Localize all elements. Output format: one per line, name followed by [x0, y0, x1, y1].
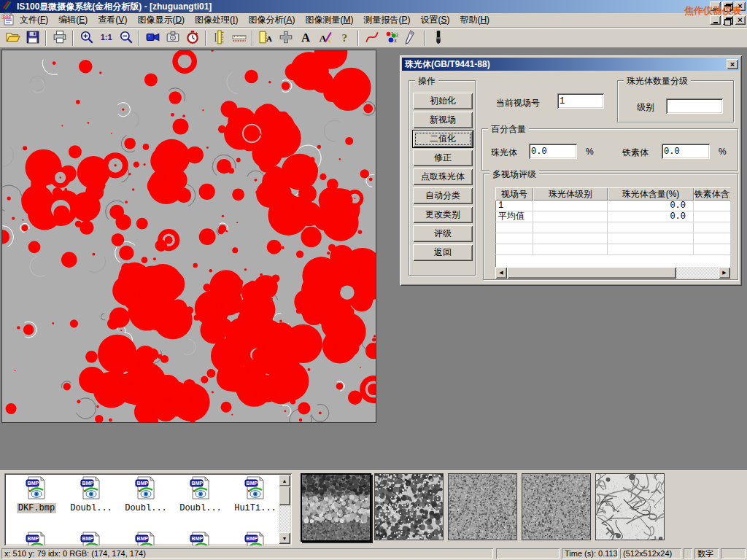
menu-item-e[interactable]: 编辑(E) — [53, 12, 93, 28]
menu-item-m[interactable]: 图像测量(M) — [300, 12, 358, 28]
menu-item-f[interactable]: 文件(F) — [15, 12, 53, 28]
application-window: IS100显微摄像系统(金相分析版) - [zhuguangti01] × DO… — [0, 0, 747, 560]
toolbar-text-button[interactable]: A — [295, 29, 315, 47]
hscroll-thumb[interactable] — [507, 267, 676, 279]
percent-group-label: 百分含量 — [488, 123, 529, 136]
thumbnail-image[interactable] — [448, 473, 517, 540]
binarize-button[interactable]: 二值化 — [413, 131, 473, 147]
document-icon[interactable]: DOC — [1, 12, 15, 28]
save-icon — [26, 30, 40, 47]
table-row[interactable]: 平均值0.0 — [495, 211, 730, 222]
toolbar-caliper-vertical-button[interactable] — [209, 29, 229, 47]
toolbar-actual-size-button[interactable]: 1:1 — [96, 29, 116, 47]
toolbar-open-button[interactable] — [3, 29, 23, 47]
menu-item-i[interactable]: 图像处理(I) — [190, 12, 243, 28]
correct-button[interactable]: 修正 — [413, 149, 473, 166]
thumbnail-image[interactable] — [595, 473, 665, 540]
file-item[interactable]: BMP — [229, 532, 282, 545]
file-item[interactable]: BMP — [120, 532, 172, 545]
toolbar-help-button[interactable]: ? — [335, 29, 355, 47]
current-view-label: 当前视场号 — [496, 97, 540, 109]
menu-item-v[interactable]: 查看(V) — [93, 12, 132, 28]
grading-table: 视场号珠光体级别珠光体含量(%)铁素体含量(%)10.0平均值0.0 — [495, 187, 730, 267]
table-row[interactable] — [495, 222, 730, 233]
app-icon[interactable] — [2, 0, 14, 14]
toolbar-brush-button[interactable] — [428, 29, 448, 47]
thumbnail-image[interactable] — [374, 473, 444, 540]
pick-pearlite-button[interactable]: 点取珠光体 — [413, 168, 473, 185]
table-cell: 0.0 — [608, 201, 694, 211]
toolbar-save-button[interactable] — [23, 29, 42, 47]
toolbar-ruler-horizontal-button[interactable] — [229, 29, 249, 47]
menu-items: 文件(F)编辑(E)查看(V)图像显示(D)图像处理(I)图像分析(A)图像测量… — [15, 12, 495, 28]
table-row[interactable]: 10.0 — [495, 201, 730, 211]
binarized-metallograph-image[interactable] — [1, 50, 376, 423]
table-cell — [694, 222, 730, 233]
file-item[interactable]: BMPDoubl... — [65, 476, 117, 513]
toolbar-measure-text-button[interactable]: A — [256, 29, 276, 47]
svg-text:A: A — [301, 31, 309, 44]
menu-item-a[interactable]: 图像分析(A) — [243, 12, 300, 28]
scroll-left-button[interactable]: ◀ — [495, 267, 507, 279]
dialog-close-button[interactable]: × — [727, 59, 738, 69]
ferrite-label: 铁素体 — [622, 147, 649, 159]
dialog-title-bar[interactable]: 珠光体(GB/T9441-88) — [402, 58, 740, 71]
file-item[interactable]: BMP — [10, 532, 63, 545]
menu-item-d[interactable]: 图像显示(D) — [132, 12, 190, 28]
toolbar-print-button[interactable] — [50, 29, 69, 47]
scroll-up-button[interactable]: ▲ — [279, 475, 290, 486]
toolbar-pen-button[interactable] — [401, 29, 421, 47]
change-class-button[interactable]: 更改类别 — [413, 206, 473, 223]
table-cell — [533, 244, 608, 254]
menu-item-h[interactable]: 帮助(H) — [454, 12, 495, 28]
file-item[interactable]: BMPDKF.bmp — [10, 476, 63, 513]
toolbar-curve-button[interactable] — [362, 29, 382, 47]
toolbar-move-button[interactable] — [276, 29, 295, 47]
return-button[interactable]: 返回 — [413, 244, 473, 261]
thumbnail-canvas — [448, 473, 517, 540]
init-button[interactable]: 初始化 — [413, 93, 473, 109]
file-item[interactable]: BMPDoubl... — [174, 476, 227, 513]
thumbnail-image[interactable] — [301, 473, 371, 542]
ferrite-percent-input[interactable] — [662, 144, 710, 159]
file-name: Doubl... — [123, 503, 169, 513]
table-cell — [495, 233, 533, 244]
ruler-horizontal-icon — [232, 30, 247, 47]
grade-button[interactable]: 评级 — [413, 225, 473, 242]
file-item[interactable]: BMPDoubl... — [120, 476, 172, 513]
status-time: Time (s): 0.113 — [562, 548, 618, 559]
thumbnail-image[interactable] — [522, 473, 591, 540]
brush-icon — [431, 30, 446, 47]
menu-item-p[interactable]: 测量报告(P) — [358, 12, 415, 28]
menu-item-s[interactable]: 设置(S) — [415, 12, 454, 28]
table-row[interactable] — [495, 244, 730, 255]
auto-classify-button[interactable]: 自动分类 — [413, 187, 473, 204]
multi-field-group-label: 多视场评级 — [489, 168, 539, 181]
toolbar-zoom-in-button[interactable] — [77, 29, 96, 47]
table-hscrollbar[interactable]: ◀ ▶ — [495, 267, 730, 279]
new-field-button[interactable]: 新视场 — [413, 112, 473, 128]
file-item[interactable]: BMPHuiTi... — [229, 476, 282, 513]
status-empty-3 — [721, 548, 746, 559]
table-cell: 平均值 — [495, 211, 533, 222]
toolbar-video-camera-button[interactable] — [143, 29, 163, 47]
file-item[interactable]: BMP — [65, 532, 117, 545]
file-item[interactable]: BMP — [174, 532, 227, 545]
toolbar-classify-dots-button[interactable]: 123 — [382, 29, 401, 47]
toolbar-camera-button[interactable] — [163, 29, 182, 47]
file-vscrollbar[interactable]: ▲ ▼ — [279, 475, 290, 544]
grade-input[interactable] — [666, 98, 723, 114]
scroll-down-button[interactable]: ▼ — [279, 532, 290, 544]
vscroll-thumb[interactable] — [279, 486, 290, 505]
status-bar: x: 510 y: 79 idx: 0 RGB: (174, 174, 174)… — [0, 547, 747, 560]
svg-text:3: 3 — [394, 38, 396, 42]
scroll-right-button[interactable]: ▶ — [719, 267, 730, 279]
current-view-input[interactable] — [557, 93, 604, 109]
table-row[interactable] — [495, 233, 730, 244]
toolbar-zoom-out-button[interactable] — [116, 29, 136, 47]
table-cell — [694, 233, 730, 244]
pearlite-percent-input[interactable] — [529, 144, 577, 159]
toolbar-text-style-button[interactable]: A — [315, 29, 335, 47]
toolbar-timer-button[interactable] — [182, 29, 202, 47]
table-header-cell: 视场号 — [495, 187, 533, 201]
